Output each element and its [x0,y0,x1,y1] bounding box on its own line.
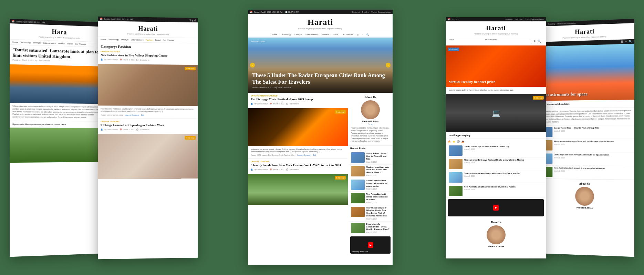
sidebar-info-4: New Australian-built armed drone unveile… [366,193,390,203]
sidebar-info-6: Does Lifestyle Communities Have A Health… [366,223,390,233]
far-left-body: Ullamcorper quis ipsum augue tellus dui … [13,105,105,119]
cr-info-2: Mexican president says Tesla will build … [464,159,543,169]
center-right-article-body: tada mil sapien pulvinar hymenaeus, inte… [446,87,546,94]
far-left-tag: Egestas dui libero proin congue vivamus … [13,123,105,125]
center-left-title: Harati [99,24,196,33]
sidebar-thumb-5 [351,207,365,217]
fr-info-3: China says will train foreign astronauts… [554,154,631,165]
sidebar-info-1: Group Travel Tips — How to Plan a Group … [366,152,390,163]
center-about: About Us Patricia B. Rivas f t in Faucib… [348,93,393,145]
hero-prev-button[interactable]: ‹ [250,63,255,68]
article2-meta: 👤 By Jane Goodwill 📅 March 2, 2023 💬 0 c… [101,129,195,131]
far-left-bottom-image [10,128,107,163]
cr-about-portrait [487,225,506,244]
article1-title: New fashion store in Five Valleys Shoppi… [101,53,195,59]
about-social: f t in [351,123,390,126]
cr-sidebar-item-2: Mexican president says Tesla will build … [446,157,546,171]
sidebar-thumb-3 [351,180,365,190]
fr-sidebar-item-1: Group Travel Tips — How to Plan a Group … [537,125,634,139]
cr-about-title: About Us [449,221,543,224]
center-right-hero-text: Virtual Reality headset price [449,80,543,84]
center-outdoor-image: 5 min read [248,174,348,205]
center-art1-tag: Entertainment Featured [251,95,345,97]
sidebar-thumb-2 [351,166,365,176]
center-hero-image: Featured Travel These 5 Under The Radar … [248,38,393,93]
hero-next-button[interactable]: › [386,63,391,68]
cr-info-1: Group Travel Tips — How to Plan a Group … [464,145,543,156]
center-article2: Fashion Trending 8 beauty trends from Ne… [248,159,348,174]
center-left-fashion2-image: 4 min read [98,134,198,179]
center-right-title: Harati [447,25,544,32]
panel-far-left: 📅 Sunday, April 9 2023 12:35:21 PM Hara … [10,19,107,257]
far-left-date: Sunday, April 9 2023 12:35:21 PM [16,20,45,23]
video-play-button[interactable]: ▶ [368,242,373,248]
category-label: Category: Fashion [101,44,195,49]
panel-center-right: 📅 f t y d in Featured Trending Theme Doc… [446,17,546,258]
cr-thumb-4 [449,186,463,196]
far-left-hero-image [10,64,107,104]
center-art1-title: Earl Scruggs Music Festival shares 2023 … [251,98,345,102]
center-left-article2: Fashion Trending 9 Things Learned at Cop… [98,119,198,134]
sidebar-info-5: How These Simple 7' Lifestyle Habits Can… [366,207,390,220]
sidebar-item-4: New Australian-built armed drone unveile… [348,192,393,205]
center-hero-overlay: These 5 Under The Radar European Cities … [248,68,393,93]
center-nav: Home Technology Lifestyle Entertainment … [248,32,393,38]
cr-video-play[interactable]: ▶ [493,205,499,211]
center-art1-body: Vulputat viverra urna potenti Ultrices P… [248,146,348,159]
center-date: Sunday, April 9 2023 12:27:19 PM [254,11,282,13]
cr-info-4: New Australian-built armed drone unveile… [464,186,543,196]
laptop-icon: 💻 [492,109,500,117]
panel-far-right: Featured Trending Theme Documentation Ha… [537,19,634,257]
fr-about-title: About Us [539,182,631,186]
fr-about-name: Patricia B. Rivas [539,206,631,210]
center-left-category: Category: Fashion Fashion Featured New f… [98,42,198,65]
cr-info-3: China says will train foreign astronauts… [464,172,543,183]
center-right-topbar: 📅 f t y d in Featured Trending Theme Doc… [446,17,546,21]
cr-thumb-1 [449,145,463,156]
fr-about: About Us Patricia B. Rivas [537,179,634,213]
center-concert-image: 6 min read [248,108,348,146]
badge-outdoor: 5 min read [335,176,346,180]
cr-video: ▶ [448,199,544,216]
cr-sidebar-item-3: China says will train foreign astronauts… [446,171,546,184]
far-right-hero-title: reign astronauts for space [539,91,631,98]
badge-concert: 6 min read [335,110,346,114]
center-sidebar: About Us Patricia B. Rivas f t in Faucib… [348,93,393,255]
far-right-hero: reign astronauts for space [537,44,634,101]
sidebar-item-6: Does Lifestyle Communities Have A Health… [348,222,393,235]
about-excerpt: Faucibus vecat mi mollis. Aliquet lobort… [351,127,390,143]
cr-about: About Us Patricia B. Rivas [446,218,546,250]
sidebar-thumb-1 [351,152,365,163]
article2-tag: Fashion Trending [101,121,195,123]
far-right-body: leda mil sapien pulvinar hymenaeus. Vulp… [539,110,631,123]
center-right-tagline: Positive anything is better than negativ… [447,33,544,35]
center-right-sidebar-icons: 🔥 ⭐ 💬 📤 [446,139,546,144]
far-left-hero-title: 'Tourist saturated' Lanzarote hints at p… [13,47,105,60]
center-topbar: 📅 Sunday, April 9 2023 12:27:19 PM 🕐 12:… [248,10,393,14]
about-name: Patricia B. Rivas [351,120,390,122]
video-label: Introducing the Kia EV9 [352,251,368,253]
screenshots-container: 📅 Sunday, April 9 2023 12:35:21 PM Hara … [0,0,644,275]
panel-center: 📅 Sunday, April 9 2023 12:27:19 PM 🕐 12:… [248,10,393,265]
cr-sidebar-item-4: New Australian-built armed drone unveile… [446,184,546,198]
badge-laptop: 6 min read [533,96,544,100]
about-title: About Us [351,96,390,99]
sidebar-item-5: How These Simple 7' Lifestyle Habits Can… [348,205,393,222]
center-right-hero-title: Virtual Reality headset price [449,80,543,84]
center-left-logo: Harati Positive anything is better than … [98,21,198,38]
center-right-hero: 6 min read Virtual Reality headset price [446,45,546,87]
sidebar-heading: Recent Posts [348,145,393,151]
center-left-article1-body: Hac Nascetur Habitasse sagittis aplent p… [98,105,198,119]
center-art2-title: 8 beauty trends from New York Fashion We… [251,163,345,167]
center-right-hero-badge: 6 min read [448,48,459,51]
center-art1-meta: 👤 By Jane Goodwill 📅 March 5, 2023 💬 0 c… [251,103,345,105]
article1-excerpt: Hac Nascetur Habitasse sagittis aplent p… [101,108,195,113]
cr-sidebar-item-1: Group Travel Tips — How to Plan a Group … [446,144,546,157]
center-art1-tags: Tagged 2023, concert, Earl Scruggs, Musi… [251,154,345,156]
laptop-label: email app carrying [449,134,543,136]
center-hero-meta: Posted in March 5, 2023 by Jane Goodwill [252,86,388,89]
far-left-excerpt: Ullamcorper quis ipsum augue tellus dui … [10,103,107,122]
center-right-logo: Harati Positive anything is better than … [446,21,546,37]
center-right-laptop-image: 6 min read 💻 [446,94,546,132]
sidebar-info-3: China says will train foreign astronauts… [366,180,390,190]
